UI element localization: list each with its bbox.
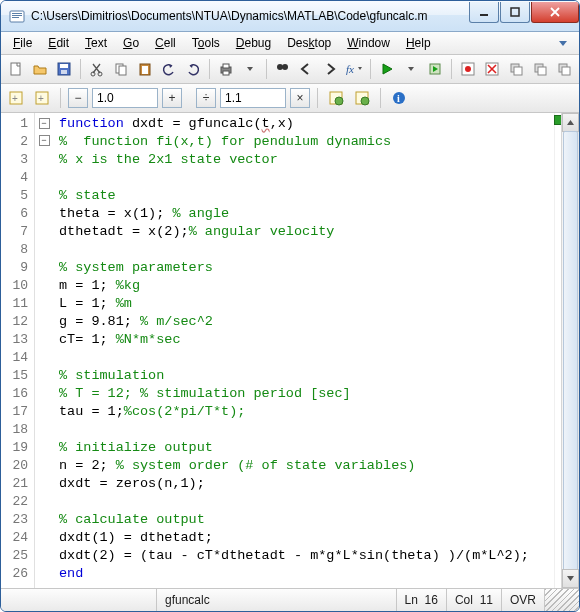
svg-rect-6: [11, 63, 20, 75]
divide-button[interactable]: ÷: [196, 88, 216, 108]
code-line[interactable]: dthetadt = x(2);% angular velocity: [59, 223, 554, 241]
cell-eval-advance-icon[interactable]: +: [31, 87, 53, 109]
mult-field[interactable]: 1.1: [220, 88, 286, 108]
cell-publish-icon[interactable]: [325, 87, 347, 109]
code-line[interactable]: function dxdt = gfuncalc(t,x): [59, 115, 554, 133]
code-line[interactable]: L = 1; %m: [59, 295, 554, 313]
toolbar-cell: + + − 1.0 + ÷ 1.1 × i: [1, 84, 579, 113]
svg-text:i: i: [397, 93, 400, 104]
stack-icon-3[interactable]: [553, 58, 575, 80]
fx-icon[interactable]: fx: [343, 58, 365, 80]
menu-edit[interactable]: Edit: [40, 34, 77, 52]
print-icon[interactable]: [215, 58, 237, 80]
breakpoint-set-icon[interactable]: [457, 58, 479, 80]
code-line[interactable]: % x is the 2x1 state vector: [59, 151, 554, 169]
code-line[interactable]: [59, 169, 554, 187]
menu-help[interactable]: Help: [398, 34, 439, 52]
code-line[interactable]: cT= 1; %N*m*sec: [59, 331, 554, 349]
titlebar[interactable]: C:\Users\Dimitrios\Documents\NTUA\Dynami…: [1, 1, 579, 32]
info-icon[interactable]: i: [388, 87, 410, 109]
run-icon[interactable]: [376, 58, 398, 80]
code-line[interactable]: [59, 241, 554, 259]
menu-tools[interactable]: Tools: [184, 34, 228, 52]
code-line[interactable]: % function fi(x,t) for pendulum dynamics: [59, 133, 554, 151]
print-dropdown-icon[interactable]: [239, 58, 261, 80]
nav-back-icon[interactable]: [295, 58, 317, 80]
menu-desktop[interactable]: Desktop: [279, 34, 339, 52]
redo-icon[interactable]: [182, 58, 204, 80]
vertical-scrollbar[interactable]: [561, 113, 579, 588]
menu-file[interactable]: File: [5, 34, 40, 52]
code-line[interactable]: theta = x(1); % angle: [59, 205, 554, 223]
status-line: Ln 16: [396, 589, 446, 611]
cut-icon[interactable]: [86, 58, 108, 80]
line-number-gutter[interactable]: 1234567891011121314151617181920212223242…: [1, 113, 35, 588]
breakpoint-clear-icon[interactable]: [481, 58, 503, 80]
svg-rect-9: [61, 70, 67, 74]
cell-eval-icon[interactable]: +: [5, 87, 27, 109]
code-line[interactable]: % calculate output: [59, 511, 554, 529]
svg-text:+: +: [38, 93, 44, 104]
status-mode[interactable]: OVR: [501, 589, 544, 611]
code-line[interactable]: end: [59, 565, 554, 583]
message-bar[interactable]: [554, 113, 561, 588]
menu-debug[interactable]: Debug: [228, 34, 279, 52]
minimize-button[interactable]: [469, 2, 499, 23]
code-line[interactable]: % state: [59, 187, 554, 205]
new-file-icon[interactable]: [5, 58, 27, 80]
code-line[interactable]: [59, 493, 554, 511]
code-line[interactable]: n = 2; % system order (# of state variab…: [59, 457, 554, 475]
scroll-thumb[interactable]: [563, 131, 578, 588]
menu-window[interactable]: Window: [339, 34, 398, 52]
code-line[interactable]: dxdt = zeros(n,1);: [59, 475, 554, 493]
fold-column[interactable]: − −: [35, 113, 53, 588]
find-icon[interactable]: [272, 58, 294, 80]
code-line[interactable]: g = 9.81; % m/sec^2: [59, 313, 554, 331]
cell-publish2-icon[interactable]: [351, 87, 373, 109]
code-line[interactable]: [59, 421, 554, 439]
code-line[interactable]: tau = 1;%cos(2*pi/T*t);: [59, 403, 554, 421]
undo-icon[interactable]: [158, 58, 180, 80]
svg-text:+: +: [12, 93, 18, 104]
menu-cell[interactable]: Cell: [147, 34, 184, 52]
menu-aux-icon[interactable]: [553, 32, 575, 54]
menu-text[interactable]: Text: [77, 34, 115, 52]
menu-go[interactable]: Go: [115, 34, 147, 52]
run-advance-icon[interactable]: [424, 58, 446, 80]
open-file-icon[interactable]: [29, 58, 51, 80]
maximize-button[interactable]: [500, 2, 530, 23]
code-area[interactable]: function dxdt = gfuncalc(t,x)% function …: [53, 113, 554, 588]
code-line[interactable]: % stimulation: [59, 367, 554, 385]
menubar: File Edit Text Go Cell Tools Debug Deskt…: [1, 32, 579, 55]
step-field[interactable]: 1.0: [92, 88, 158, 108]
code-line[interactable]: dxdt(1) = dthetadt;: [59, 529, 554, 547]
svg-rect-28: [514, 67, 522, 75]
stack-icon-2[interactable]: [529, 58, 551, 80]
svg-rect-13: [119, 66, 126, 75]
scroll-up-icon[interactable]: [562, 113, 579, 132]
close-button[interactable]: [531, 2, 579, 23]
nav-forward-icon[interactable]: [319, 58, 341, 80]
resize-grip-icon[interactable]: [544, 589, 579, 611]
window-title: C:\Users\Dimitrios\Documents\NTUA\Dynami…: [31, 9, 468, 23]
run-dropdown-icon[interactable]: [400, 58, 422, 80]
code-line[interactable]: [59, 349, 554, 367]
toolbar-main: fx: [1, 55, 579, 84]
code-line[interactable]: % system parameters: [59, 259, 554, 277]
window-buttons: [468, 2, 579, 22]
fold-box-icon[interactable]: −: [39, 135, 50, 146]
multiply-button[interactable]: ×: [290, 88, 310, 108]
paste-icon[interactable]: [134, 58, 156, 80]
decrement-button[interactable]: −: [68, 88, 88, 108]
svg-point-25: [465, 66, 471, 72]
code-line[interactable]: % initialize output: [59, 439, 554, 457]
code-line[interactable]: dxdt(2) = (tau - cT*dthetadt - m*g*L*sin…: [59, 547, 554, 565]
stack-icon-1[interactable]: [505, 58, 527, 80]
save-icon[interactable]: [53, 58, 75, 80]
scroll-down-icon[interactable]: [562, 569, 579, 588]
fold-box-icon[interactable]: −: [39, 118, 50, 129]
copy-icon[interactable]: [110, 58, 132, 80]
code-line[interactable]: m = 1; %kg: [59, 277, 554, 295]
code-line[interactable]: % T = 12; % stimulation period [sec]: [59, 385, 554, 403]
increment-button[interactable]: +: [162, 88, 182, 108]
